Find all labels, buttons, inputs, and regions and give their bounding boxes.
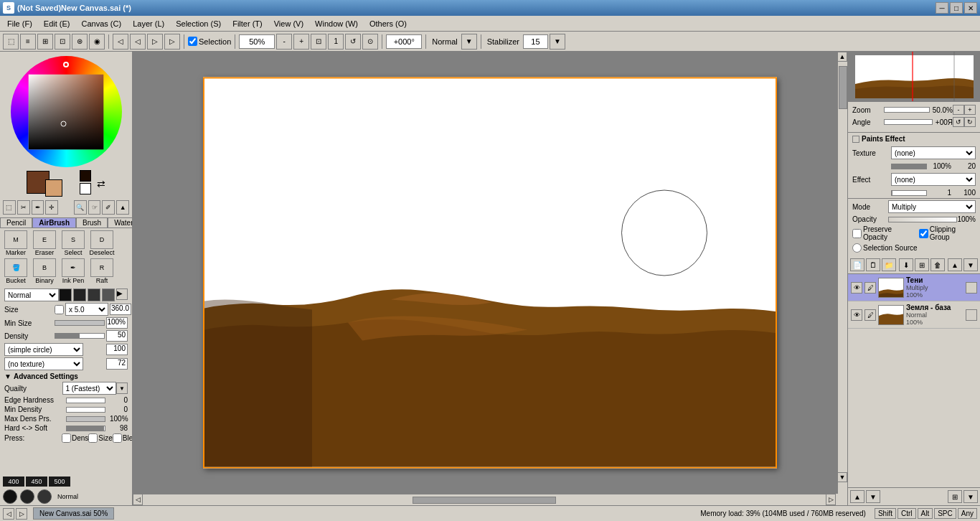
layer-down-btn[interactable]: ▼ [963, 258, 978, 271]
rp-btn-1[interactable]: ▲ [850, 490, 864, 503]
color-square[interactable] [29, 74, 104, 149]
zoom-plus-btn[interactable]: + [964, 105, 976, 115]
toolbar-nav-3[interactable]: ▷ [147, 34, 163, 50]
brush-style-1[interactable] [59, 288, 72, 301]
bucket-tool[interactable]: 🪣 Bucket [2, 258, 29, 284]
layer-lock-teni[interactable]: 🖊 [864, 282, 876, 294]
dens-checkbox-label[interactable]: Dens [62, 433, 88, 443]
angle-minus-btn[interactable]: ↺ [953, 117, 964, 127]
preserve-opacity-checkbox[interactable] [852, 229, 862, 238]
blend-checkbox-label[interactable]: Blend [113, 433, 132, 443]
toolbar-btn-5[interactable]: ⊛ [72, 34, 88, 50]
delete-layer-btn[interactable]: 🗑 [930, 258, 945, 271]
zoom-slider[interactable] [884, 107, 930, 113]
hand-tool[interactable]: ☞ [88, 200, 101, 215]
density-slider[interactable] [55, 333, 105, 339]
edge-hardness-slider[interactable] [66, 398, 105, 403]
angle-slider[interactable] [884, 119, 933, 125]
flatten-btn[interactable]: ⊞ [915, 258, 929, 271]
zoom-out-btn[interactable]: - [276, 34, 292, 50]
tab-brush[interactable]: Brush [76, 217, 108, 227]
tab-water[interactable]: Water [108, 217, 133, 227]
blend-mode-select[interactable]: Normal Multiply [4, 288, 59, 301]
rotate-ccw-btn[interactable]: ↺ [345, 34, 361, 50]
menu-filter[interactable]: Filter (T) [227, 18, 268, 29]
selection-checkbox[interactable] [188, 37, 197, 46]
scroll-thumb-horizontal[interactable] [413, 497, 556, 504]
inkpen-tool[interactable]: ✒ Ink Pen [60, 258, 87, 284]
layer-up-btn[interactable]: ▲ [948, 258, 962, 271]
merge-down-btn[interactable]: ⬇ [899, 258, 913, 271]
preserve-opacity-label[interactable]: Preserve Opacity [852, 225, 916, 241]
dark-color-dot[interactable] [20, 489, 34, 504]
toolbar-btn-6[interactable]: ◉ [89, 34, 105, 50]
clipping-group-checkbox[interactable] [919, 229, 928, 238]
pen-tool[interactable]: ✒ [32, 200, 44, 215]
brush-style-expand[interactable]: ▶ [116, 288, 128, 300]
selection-source-radio[interactable] [852, 243, 862, 253]
color-wheel-container[interactable] [11, 56, 122, 167]
scroll-right-arrow[interactable]: ▷ [826, 494, 836, 505]
deselect-tool[interactable]: D Deselect [88, 230, 116, 256]
zoom-in-btn[interactable]: + [293, 34, 309, 50]
lasso-tool[interactable]: ✂ [17, 200, 30, 215]
select-rect-tool[interactable]: ⬚ [3, 200, 16, 215]
menu-window[interactable]: Window (W) [309, 18, 364, 29]
scroll-thumb-vertical[interactable] [839, 66, 847, 109]
size-checkbox[interactable] [55, 305, 64, 314]
toolbar-nav-1[interactable]: ◁ [113, 34, 128, 50]
layer-lock-zemla[interactable]: 🖊 [864, 309, 876, 321]
toolbar-btn-2[interactable]: ≡ [20, 34, 36, 50]
fill-tool[interactable]: ▲ [116, 200, 129, 215]
black-color-dot[interactable] [3, 489, 17, 504]
angle-input[interactable] [386, 34, 422, 49]
clipping-group-label[interactable]: Clipping Group [919, 225, 976, 241]
zoom-tool[interactable]: 🔍 [74, 200, 87, 215]
tab-airbrush[interactable]: AirBrush [32, 217, 76, 227]
toolbar-nav-2[interactable]: ◁ [130, 34, 146, 50]
selection-source-label[interactable]: Selection Source [852, 243, 918, 253]
quality-select[interactable]: 1 (Fastest) [62, 382, 116, 395]
medium-color-dot[interactable] [37, 489, 52, 504]
zoom-minus-btn[interactable]: - [953, 105, 964, 115]
menu-file[interactable]: File (F) [1, 18, 38, 29]
blend-checkbox[interactable] [113, 433, 122, 443]
close-button[interactable]: ✕ [964, 2, 977, 14]
any-btn[interactable]: Any [958, 508, 977, 519]
mode-mo-select[interactable]: Multiply Normal [888, 200, 976, 213]
menu-others[interactable]: Others (O) [364, 18, 413, 29]
zoom-fit-btn[interactable]: ⊡ [311, 34, 326, 50]
open-layer-btn[interactable]: 📁 [882, 258, 896, 271]
max-dens-slider[interactable] [66, 416, 105, 422]
size-mult-select[interactable]: x 5.0 [65, 303, 108, 316]
texture-pe-select[interactable]: (none) [891, 146, 976, 159]
layer-eye-teni[interactable]: 👁 [851, 282, 862, 294]
tab-pencil[interactable]: Pencil [0, 217, 32, 227]
rp-btn-2[interactable]: ▼ [866, 490, 880, 503]
toolbar-nav-4[interactable]: ▷ [164, 34, 180, 50]
right-scrollbar[interactable] [837, 52, 847, 494]
restore-button[interactable]: □ [950, 2, 963, 14]
zoom-1x-btn[interactable]: 1 [328, 34, 344, 50]
effect-select[interactable]: (none) [891, 173, 976, 186]
layer-eye-zemla[interactable]: 👁 [851, 309, 862, 321]
toolbar-btn-4[interactable]: ⊡ [55, 34, 70, 50]
canvas-content[interactable] [203, 78, 777, 469]
mode-dropdown-btn[interactable]: ▼ [461, 34, 477, 50]
stabilizer-dropdown-btn[interactable]: ▼ [550, 34, 565, 50]
brush-style-3[interactable] [88, 288, 100, 301]
new-layer-btn[interactable]: 📄 [850, 258, 864, 271]
eyedrop-tool[interactable]: ✐ [102, 200, 115, 215]
white-swatch[interactable] [80, 183, 91, 194]
toolbar-btn-3[interactable]: ⊞ [37, 34, 53, 50]
brush-style-4[interactable] [102, 288, 115, 301]
menu-view[interactable]: View (V) [268, 18, 309, 29]
black-swatch[interactable] [80, 170, 91, 182]
menu-layer[interactable]: Layer (L) [127, 18, 170, 29]
select-tool[interactable]: S Select [60, 230, 87, 256]
file-tab-new-canvas[interactable]: New Canvas.sai 50% [33, 507, 114, 520]
color-gradient-sq[interactable] [29, 74, 104, 149]
canvas-viewport[interactable]: ▲ ▼ [133, 52, 847, 494]
nav-right-btn[interactable]: ▷ [16, 508, 27, 520]
min-density-slider[interactable] [66, 407, 105, 413]
